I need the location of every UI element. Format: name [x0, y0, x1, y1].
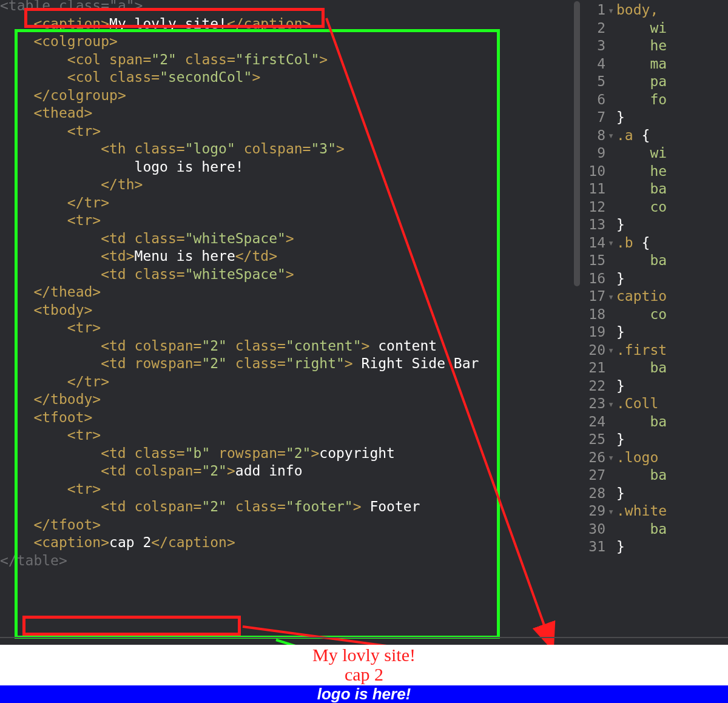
code-line[interactable]: <table class="a"> [0, 0, 143, 15]
line-number: 3 [582, 37, 608, 55]
css-line[interactable]: 4 ma [582, 55, 667, 73]
html-editor[interactable]: <table class="a"> <caption>My lovly site… [0, 0, 582, 637]
css-line[interactable]: 25 } [582, 431, 625, 449]
css-line[interactable]: 23▾.Coll [582, 395, 658, 413]
code-line[interactable]: <td colspan="2" class="footer"> Footer [0, 498, 420, 516]
css-line[interactable]: 13 } [582, 216, 625, 234]
line-number: 16 [582, 270, 608, 288]
code-line[interactable]: </thead> [0, 283, 101, 301]
line-number: 23 [582, 395, 608, 413]
code-line[interactable]: <td>Menu is here</td> [0, 247, 277, 266]
code-line[interactable]: <td colspan="2">add info [0, 462, 303, 480]
code-line[interactable]: <tr> [0, 426, 101, 445]
code-line[interactable]: </table> [0, 552, 67, 570]
code-line[interactable]: <td class="b" rowspan="2">copyright [0, 445, 395, 463]
code-line[interactable]: <tfoot> [0, 409, 92, 427]
css-line[interactable]: 26▾.logo [582, 449, 658, 467]
code-line[interactable]: <td class="whiteSpace"> [0, 230, 294, 248]
css-line[interactable]: 9 wi [582, 144, 667, 163]
fold-arrow-icon [608, 38, 616, 56]
code-line[interactable]: </th> [0, 176, 143, 194]
css-line[interactable]: 28 } [582, 485, 625, 503]
scrollbar[interactable] [574, 1, 580, 286]
fold-arrow-icon [608, 270, 616, 288]
css-line[interactable]: 6 fo [582, 91, 667, 109]
code-line[interactable]: <colgroup> [0, 33, 118, 51]
line-number: 29 [582, 502, 608, 520]
line-number: 9 [582, 144, 608, 163]
css-line[interactable]: 8▾.a { [582, 127, 650, 145]
css-line[interactable]: 16 } [582, 270, 625, 288]
line-number: 6 [582, 91, 608, 109]
fold-arrow-icon [608, 181, 616, 199]
code-line[interactable]: </tfoot> [0, 516, 101, 534]
line-number: 28 [582, 485, 608, 503]
css-line[interactable]: 20▾.first [582, 341, 667, 360]
css-editor[interactable]: 1▾body,2 wi3 he4 ma5 pa6 fo7 }8▾.a {9 wi… [582, 0, 728, 637]
css-line[interactable]: 14▾.b { [582, 234, 650, 252]
fold-arrow-icon[interactable]: ▾ [608, 288, 616, 306]
fold-arrow-icon [608, 163, 616, 181]
code-line[interactable]: <td colspan="2" class="content"> content [0, 337, 437, 355]
line-number: 31 [582, 538, 608, 556]
code-line[interactable]: <tbody> [0, 301, 92, 320]
preview-captions: My lovly site! cap 2 [0, 645, 728, 685]
preview-logo-text: logo is here! [317, 685, 411, 703]
fold-arrow-icon[interactable]: ▾ [608, 127, 616, 145]
code-line[interactable]: logo is here! [0, 158, 244, 177]
fold-arrow-icon[interactable]: ▾ [608, 395, 616, 414]
fold-arrow-icon [608, 485, 616, 503]
code-line[interactable]: </tr> [0, 373, 109, 391]
code-line[interactable]: <thead> [0, 104, 92, 123]
line-number: 11 [582, 180, 608, 198]
css-line[interactable]: 24 ba [582, 413, 667, 431]
code-line[interactable]: </colgroup> [0, 87, 126, 105]
fold-arrow-icon[interactable]: ▾ [608, 449, 616, 467]
code-line[interactable]: <tr> [0, 480, 101, 499]
line-number: 24 [582, 413, 608, 431]
fold-arrow-icon[interactable]: ▾ [608, 503, 616, 521]
fold-arrow-icon[interactable]: ▾ [608, 341, 616, 360]
css-line[interactable]: 1▾body, [582, 1, 658, 19]
css-line[interactable]: 15 ba [582, 252, 667, 270]
css-line[interactable]: 19 } [582, 323, 625, 341]
fold-arrow-icon [608, 73, 616, 92]
code-line[interactable]: <tr> [0, 123, 101, 141]
css-line[interactable]: 10 he [582, 163, 667, 181]
code-line[interactable]: <td rowspan="2" class="right"> Right Sid… [0, 355, 479, 373]
code-line[interactable]: </tbody> [0, 391, 101, 409]
css-line[interactable]: 21 ba [582, 359, 667, 377]
code-line[interactable]: <th class="logo" colspan="3"> [0, 140, 345, 158]
css-line[interactable]: 12 co [582, 198, 667, 217]
separator [0, 637, 728, 638]
code-line[interactable]: <tr> [0, 212, 101, 230]
css-line[interactable]: 22 } [582, 377, 625, 395]
code-line[interactable]: <tr> [0, 319, 101, 337]
css-line[interactable]: 31 } [582, 538, 625, 556]
line-number: 27 [582, 466, 608, 485]
css-line[interactable]: 2 wi [582, 19, 667, 38]
css-line[interactable]: 5 pa [582, 73, 667, 91]
css-line[interactable]: 29▾.white [582, 502, 667, 520]
code-line[interactable]: <col class="secondCol"> [0, 69, 260, 87]
css-line[interactable]: 7 } [582, 109, 625, 127]
css-line[interactable]: 11 ba [582, 180, 667, 198]
code-line[interactable]: </tr> [0, 194, 109, 212]
fold-arrow-icon [608, 252, 616, 271]
fold-arrow-icon[interactable]: ▾ [608, 234, 616, 252]
line-number: 26 [582, 449, 608, 467]
code-line[interactable]: <caption>cap 2</caption> [0, 534, 235, 552]
css-line[interactable]: 30 ba [582, 520, 667, 539]
css-line[interactable]: 17▾captio [582, 288, 667, 306]
fold-arrow-icon [608, 217, 616, 235]
css-line[interactable]: 27 ba [582, 466, 667, 485]
line-number: 1 [582, 1, 608, 19]
css-line[interactable]: 3 he [582, 37, 667, 55]
code-line[interactable]: <td class="whiteSpace"> [0, 266, 294, 284]
css-line[interactable]: 18 co [582, 306, 667, 324]
fold-arrow-icon [608, 520, 616, 539]
code-line[interactable]: <col span="2" class="firstCol"> [0, 51, 328, 69]
code-line[interactable]: <caption>My lovly site!</caption> [0, 15, 311, 33]
fold-arrow-icon[interactable]: ▾ [608, 2, 616, 20]
line-number: 20 [582, 341, 608, 360]
